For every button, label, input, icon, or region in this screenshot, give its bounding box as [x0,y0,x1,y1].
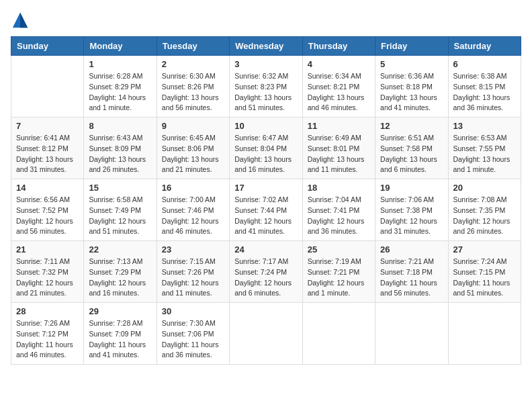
calendar-cell: 14Sunrise: 6:56 AMSunset: 7:52 PMDayligh… [11,179,84,241]
weekday-header-tuesday: Tuesday [157,37,229,56]
day-number: 1 [89,59,151,69]
day-info: Sunrise: 6:43 AMSunset: 8:09 PMDaylight:… [89,133,151,175]
calendar-cell: 1Sunrise: 6:28 AMSunset: 8:29 PMDaylight… [84,56,157,118]
weekday-header-thursday: Thursday [302,37,375,56]
day-number: 20 [453,183,516,193]
calendar-cell: 22Sunrise: 7:13 AMSunset: 7:29 PMDayligh… [84,241,157,303]
calendar-week-1: 1Sunrise: 6:28 AMSunset: 8:29 PMDaylight… [11,56,521,118]
calendar-cell: 28Sunrise: 7:26 AMSunset: 7:12 PMDayligh… [11,303,84,365]
weekday-header-sunday: Sunday [11,37,84,56]
calendar-cell: 4Sunrise: 6:34 AMSunset: 8:21 PMDaylight… [302,56,375,118]
day-info: Sunrise: 6:32 AMSunset: 8:23 PMDaylight:… [234,71,297,113]
calendar-week-2: 7Sunrise: 6:41 AMSunset: 8:12 PMDaylight… [11,118,521,179]
calendar-cell: 6Sunrise: 6:38 AMSunset: 8:15 PMDaylight… [448,56,521,118]
day-info: Sunrise: 6:58 AMSunset: 7:49 PMDaylight:… [89,195,151,237]
calendar-week-5: 28Sunrise: 7:26 AMSunset: 7:12 PMDayligh… [11,303,521,365]
day-info: Sunrise: 7:08 AMSunset: 7:35 PMDaylight:… [453,195,516,237]
day-number: 28 [16,306,79,316]
day-info: Sunrise: 6:45 AMSunset: 8:06 PMDaylight:… [162,133,224,175]
day-number: 23 [162,244,224,255]
day-number: 22 [89,244,151,255]
calendar-table: SundayMondayTuesdayWednesdayThursdayFrid… [11,36,521,365]
weekday-header-saturday: Saturday [448,37,521,56]
svg-marker-1 [20,13,28,28]
day-number: 17 [234,183,297,193]
day-info: Sunrise: 7:15 AMSunset: 7:26 PMDaylight:… [162,257,224,299]
calendar-cell: 24Sunrise: 7:17 AMSunset: 7:24 PMDayligh… [230,241,302,303]
calendar-week-4: 21Sunrise: 7:11 AMSunset: 7:32 PMDayligh… [11,241,521,303]
day-number: 6 [453,59,516,69]
calendar-cell: 8Sunrise: 6:43 AMSunset: 8:09 PMDaylight… [84,118,157,179]
day-info: Sunrise: 7:00 AMSunset: 7:46 PMDaylight:… [162,195,224,237]
day-info: Sunrise: 7:30 AMSunset: 7:06 PMDaylight:… [162,318,224,361]
calendar-cell: 11Sunrise: 6:49 AMSunset: 8:01 PMDayligh… [302,118,375,179]
day-number: 21 [16,244,79,255]
calendar-body: 1Sunrise: 6:28 AMSunset: 8:29 PMDaylight… [11,56,521,365]
day-number: 12 [380,121,443,131]
day-info: Sunrise: 6:34 AMSunset: 8:21 PMDaylight:… [308,71,370,113]
day-number: 10 [234,121,297,131]
calendar-cell: 30Sunrise: 7:30 AMSunset: 7:06 PMDayligh… [157,303,229,365]
day-number: 5 [380,59,443,69]
calendar-cell: 18Sunrise: 7:04 AMSunset: 7:41 PMDayligh… [302,179,375,241]
day-info: Sunrise: 7:02 AMSunset: 7:44 PMDaylight:… [234,195,297,237]
day-info: Sunrise: 7:17 AMSunset: 7:24 PMDaylight:… [234,257,297,299]
weekday-header-row: SundayMondayTuesdayWednesdayThursdayFrid… [11,37,521,56]
day-info: Sunrise: 6:53 AMSunset: 7:55 PMDaylight:… [453,133,516,175]
day-number: 29 [89,306,151,316]
calendar-cell: 23Sunrise: 7:15 AMSunset: 7:26 PMDayligh… [157,241,229,303]
day-number: 14 [16,183,79,193]
day-number: 4 [308,59,370,69]
day-number: 25 [308,244,370,255]
calendar-cell: 25Sunrise: 7:19 AMSunset: 7:21 PMDayligh… [302,241,375,303]
day-number: 18 [308,183,370,193]
day-number: 9 [162,121,224,131]
calendar-cell: 29Sunrise: 7:28 AMSunset: 7:09 PMDayligh… [84,303,157,365]
day-number: 2 [162,59,224,69]
calendar-cell: 13Sunrise: 6:53 AMSunset: 7:55 PMDayligh… [448,118,521,179]
calendar-cell: 7Sunrise: 6:41 AMSunset: 8:12 PMDaylight… [11,118,84,179]
day-info: Sunrise: 7:24 AMSunset: 7:15 PMDaylight:… [453,257,516,299]
calendar-cell: 19Sunrise: 7:06 AMSunset: 7:38 PMDayligh… [375,179,448,241]
calendar-cell: 3Sunrise: 6:32 AMSunset: 8:23 PMDaylight… [230,56,302,118]
day-number: 13 [453,121,516,131]
calendar-week-3: 14Sunrise: 6:56 AMSunset: 7:52 PMDayligh… [11,179,521,241]
calendar-cell: 17Sunrise: 7:02 AMSunset: 7:44 PMDayligh… [230,179,302,241]
calendar-cell: 20Sunrise: 7:08 AMSunset: 7:35 PMDayligh… [448,179,521,241]
weekday-header-wednesday: Wednesday [230,37,302,56]
day-info: Sunrise: 6:49 AMSunset: 8:01 PMDaylight:… [308,133,370,175]
day-number: 8 [89,121,151,131]
calendar-cell: 21Sunrise: 7:11 AMSunset: 7:32 PMDayligh… [11,241,84,303]
day-info: Sunrise: 6:30 AMSunset: 8:26 PMDaylight:… [162,71,224,113]
day-info: Sunrise: 6:36 AMSunset: 8:18 PMDaylight:… [380,71,443,113]
calendar-cell: 26Sunrise: 7:21 AMSunset: 7:18 PMDayligh… [375,241,448,303]
calendar-cell [230,303,302,365]
calendar-cell: 9Sunrise: 6:45 AMSunset: 8:06 PMDaylight… [157,118,229,179]
day-info: Sunrise: 7:06 AMSunset: 7:38 PMDaylight:… [380,195,443,237]
calendar-cell [375,303,448,365]
calendar-cell: 10Sunrise: 6:47 AMSunset: 8:04 PMDayligh… [230,118,302,179]
day-number: 3 [234,59,297,69]
weekday-header-friday: Friday [375,37,448,56]
day-number: 15 [89,183,151,193]
weekday-header-monday: Monday [84,37,157,56]
day-info: Sunrise: 6:51 AMSunset: 7:58 PMDaylight:… [380,133,443,175]
day-info: Sunrise: 7:19 AMSunset: 7:21 PMDaylight:… [308,257,370,299]
day-number: 24 [234,244,297,255]
calendar-cell: 5Sunrise: 6:36 AMSunset: 8:18 PMDaylight… [375,56,448,118]
page-header [11,11,521,30]
day-info: Sunrise: 6:41 AMSunset: 8:12 PMDaylight:… [16,133,79,175]
logo [11,11,32,30]
day-number: 30 [162,306,224,316]
day-info: Sunrise: 6:56 AMSunset: 7:52 PMDaylight:… [16,195,79,237]
calendar-cell: 27Sunrise: 7:24 AMSunset: 7:15 PMDayligh… [448,241,521,303]
calendar-cell: 12Sunrise: 6:51 AMSunset: 7:58 PMDayligh… [375,118,448,179]
calendar-cell: 2Sunrise: 6:30 AMSunset: 8:26 PMDaylight… [157,56,229,118]
day-info: Sunrise: 7:21 AMSunset: 7:18 PMDaylight:… [380,257,443,299]
day-info: Sunrise: 7:26 AMSunset: 7:12 PMDaylight:… [16,318,79,361]
day-number: 7 [16,121,79,131]
day-info: Sunrise: 6:28 AMSunset: 8:29 PMDaylight:… [89,71,151,113]
calendar-cell: 16Sunrise: 7:00 AMSunset: 7:46 PMDayligh… [157,179,229,241]
day-info: Sunrise: 6:47 AMSunset: 8:04 PMDaylight:… [234,133,297,175]
day-number: 27 [453,244,516,255]
